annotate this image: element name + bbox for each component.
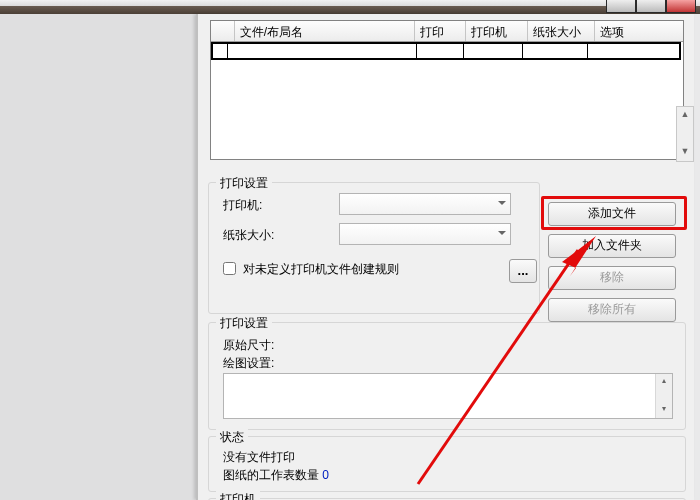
table-header-paper[interactable]: 纸张大小 [528, 21, 595, 41]
scroll-down-icon[interactable]: ▾ [656, 402, 672, 416]
table-vertical-scrollbar[interactable]: ▲ ▼ [676, 106, 694, 162]
print-settings-group: 打印设置 打印机: 纸张大小: 对未定义打印机文件创建规则 ... [208, 182, 540, 314]
print-info-title: 打印设置 [216, 315, 272, 332]
printer-label: 打印机: [223, 197, 262, 214]
create-rule-checkbox-label: 对未定义打印机文件创建规则 [243, 262, 399, 276]
plot-settings-display: ▴ ▾ [223, 373, 673, 419]
paper-size-label: 纸张大小: [223, 227, 274, 244]
table-row[interactable] [211, 42, 681, 60]
table-header-options[interactable]: 选项 [595, 21, 683, 41]
file-list-table[interactable]: 文件/布局名 打印 打印机 纸张大小 选项 [210, 20, 684, 160]
window-minimize-button[interactable] [606, 0, 636, 13]
scroll-up-icon[interactable]: ▴ [656, 374, 672, 388]
remove-button[interactable]: 移除 [548, 266, 676, 290]
window-title-bar [0, 0, 700, 15]
main-panel: 文件/布局名 打印 打印机 纸张大小 选项 ▲ [196, 14, 694, 500]
plot-settings-label: 绘图设置: [223, 355, 274, 372]
status-sheet-count-value: 0 [322, 468, 329, 482]
window-maximize-button[interactable] [636, 0, 666, 13]
original-size-label: 原始尺寸: [223, 337, 274, 354]
window-close-button[interactable] [666, 0, 696, 13]
status-sheet-count-label: 图纸的工作表数量 [223, 468, 322, 482]
status-title: 状态 [216, 429, 248, 446]
table-header-print[interactable]: 打印 [415, 21, 466, 41]
add-folder-button[interactable]: 加入文件夹 [548, 234, 676, 258]
status-group: 状态 没有文件打印 图纸的工作表数量 0 [208, 436, 686, 492]
paper-size-combo[interactable] [339, 223, 511, 245]
table-header-printer[interactable]: 打印机 [466, 21, 528, 41]
create-rule-checkbox-input[interactable] [223, 262, 236, 275]
scroll-down-icon[interactable]: ▼ [677, 144, 693, 159]
printer-group-title: 打印机 [216, 491, 260, 500]
remove-all-button[interactable]: 移除所有 [548, 298, 676, 322]
more-rules-button[interactable]: ... [509, 259, 537, 283]
table-body[interactable] [211, 42, 683, 158]
print-settings-title: 打印设置 [216, 175, 272, 192]
table-header-file[interactable]: 文件/布局名 [235, 21, 415, 41]
printer-combo[interactable] [339, 193, 511, 215]
left-panel [0, 14, 196, 500]
status-sheet-count: 图纸的工作表数量 0 [223, 467, 329, 484]
add-file-button[interactable]: 添加文件 [548, 202, 676, 226]
print-info-group: 打印设置 原始尺寸: 绘图设置: ▴ ▾ [208, 322, 686, 430]
status-no-files: 没有文件打印 [223, 449, 295, 466]
scroll-up-icon[interactable]: ▲ [677, 107, 693, 122]
table-header-row: 文件/布局名 打印 打印机 纸张大小 选项 [211, 21, 683, 42]
info-vertical-scrollbar[interactable]: ▴ ▾ [655, 374, 672, 418]
table-header-blank [211, 21, 235, 41]
create-rule-checkbox[interactable]: 对未定义打印机文件创建规则 [223, 261, 399, 278]
